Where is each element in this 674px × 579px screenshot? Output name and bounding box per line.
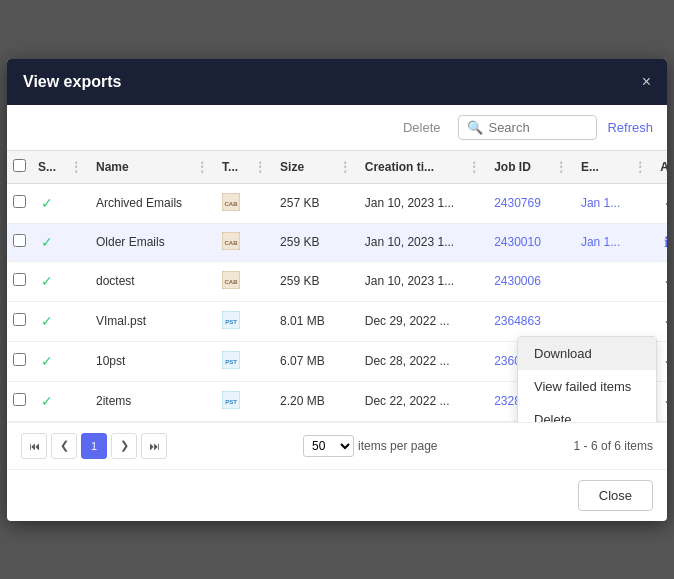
page-controls: ⏮ ❮ 1 ❯ ⏭ [21,433,167,459]
row-checkbox[interactable] [13,353,26,366]
prev-page-button[interactable]: ❮ [51,433,77,459]
header-creation-handle[interactable]: ⋮ [460,151,488,184]
actions-menu-button[interactable]: ⋯ [660,310,667,333]
row-name-spacer [188,223,216,261]
actions-menu-button[interactable]: ⋯ [660,350,667,373]
row-type: PST [216,381,246,421]
select-all-checkbox[interactable] [13,159,26,172]
status-check-icon: ✓ [41,195,53,211]
header-checkbox[interactable] [7,151,32,184]
job-id-link[interactable]: 2430006 [494,274,541,288]
job-id-link[interactable]: 2430010 [494,235,541,249]
header-size-handle[interactable]: ⋮ [331,151,359,184]
export-date: Jan 1... [581,196,620,210]
svg-text:CAB: CAB [225,201,239,207]
header-status-handle[interactable]: ⋮ [62,151,90,184]
row-checkbox-cell[interactable] [7,261,32,301]
table-header-row: S... ⋮ Name ⋮ T... ⋮ Size ⋮ Creation ti.… [7,151,667,184]
header-creation: Creation ti... [359,151,460,184]
row-size-spacer [331,183,359,223]
row-jobid-spacer [547,223,575,261]
context-menu-view-failed[interactable]: View failed items [518,370,656,403]
row-checkbox[interactable] [13,234,26,247]
row-type: CAB [216,183,246,223]
row-size: 8.01 MB [274,301,331,341]
row-type-spacer [246,223,274,261]
close-button[interactable]: Close [578,480,653,511]
row-checkbox-cell[interactable] [7,381,32,421]
row-type-spacer [246,183,274,223]
row-export-spacer [626,223,654,261]
row-creation: Jan 10, 2023 1... [359,261,460,301]
row-jobid[interactable]: 2430769 [488,183,547,223]
row-checkbox-cell[interactable] [7,223,32,261]
row-creation: Jan 10, 2023 1... [359,223,460,261]
actions-menu-button[interactable]: ⋯ [660,270,667,293]
row-checkbox-cell[interactable] [7,183,32,223]
modal-close-button[interactable]: × [642,73,651,91]
row-checkbox[interactable] [13,195,26,208]
svg-text:PST: PST [225,319,237,325]
row-actions[interactable]: ⋯ [654,301,667,341]
row-checkbox-cell[interactable] [7,301,32,341]
row-name-spacer [188,261,216,301]
delete-button[interactable]: Delete [395,116,449,139]
header-type-handle[interactable]: ⋮ [246,151,274,184]
actions-menu-button[interactable]: ⋯ [660,390,667,413]
first-page-button[interactable]: ⏮ [21,433,47,459]
row-size: 259 KB [274,223,331,261]
row-status-spacer [62,183,90,223]
row-creation-spacer [460,183,488,223]
row-creation-spacer [460,223,488,261]
refresh-button[interactable]: Refresh [607,120,653,135]
status-check-icon: ✓ [41,234,53,250]
row-actions[interactable]: ⋯ [654,183,667,223]
job-id-link[interactable]: 2430769 [494,196,541,210]
toolbar: Delete 🔍 Refresh [7,105,667,151]
per-page-select[interactable]: 50 100 200 [303,435,354,457]
job-id-link[interactable]: 2364863 [494,314,541,328]
actions-menu-button[interactable]: ⋯ [660,192,667,215]
row-checkbox[interactable] [13,273,26,286]
modal-footer: Close [7,469,667,521]
next-page-button[interactable]: ❯ [111,433,137,459]
page-1-button[interactable]: 1 [81,433,107,459]
row-name: Archived Emails [90,183,188,223]
row-type-spacer [246,381,274,421]
row-size-spacer [331,301,359,341]
per-page-label: items per page [358,439,437,453]
last-page-button[interactable]: ⏭ [141,433,167,459]
row-name: Older Emails [90,223,188,261]
row-actions[interactable]: ⋯ [654,261,667,301]
row-status: ✓ [32,183,62,223]
row-checkbox[interactable] [13,313,26,326]
row-export: Jan 1... [575,183,626,223]
row-checkbox-cell[interactable] [7,341,32,381]
row-type-spacer [246,341,274,381]
context-menu-delete[interactable]: Delete [518,403,656,422]
row-jobid[interactable]: 2430006 [488,261,547,301]
svg-text:PST: PST [225,359,237,365]
row-name: 2items [90,381,188,421]
search-input[interactable] [488,120,588,135]
header-name-handle[interactable]: ⋮ [188,151,216,184]
row-type: PST [216,341,246,381]
table-row: ✓ doctest CAB 259 KB Jan 10, 2023 1... 2… [7,261,667,301]
row-status: ✓ [32,341,62,381]
row-actions[interactable]: ℹ [654,223,667,261]
row-jobid-spacer [547,261,575,301]
row-status: ✓ [32,381,62,421]
info-button[interactable]: ℹ [660,232,667,252]
row-creation-spacer [460,301,488,341]
header-jobid-handle[interactable]: ⋮ [547,151,575,184]
header-export-handle[interactable]: ⋮ [626,151,654,184]
row-jobid[interactable]: 2430010 [488,223,547,261]
row-type: CAB [216,223,246,261]
row-checkbox[interactable] [13,393,26,406]
row-status: ✓ [32,301,62,341]
exports-table-container: S... ⋮ Name ⋮ T... ⋮ Size ⋮ Creation ti.… [7,151,667,422]
row-status-spacer [62,261,90,301]
context-menu-download[interactable]: Download [518,337,656,370]
row-status-spacer [62,341,90,381]
table-row: ✓ Archived Emails CAB 257 KB Jan 10, 202… [7,183,667,223]
